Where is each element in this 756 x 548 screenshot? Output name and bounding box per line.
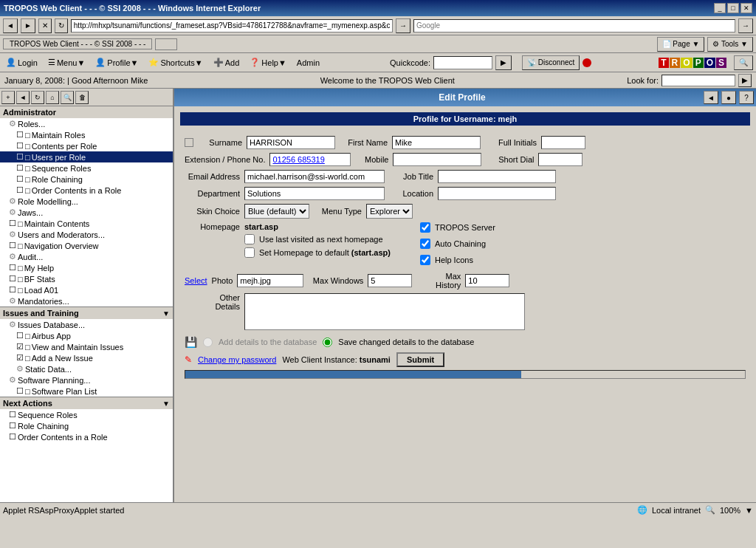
use-last-visited-checkbox[interactable] (244, 234, 255, 244)
sidebar-btn-4[interactable]: ⌂ (46, 91, 59, 104)
sidebar-btn-1[interactable]: + (1, 91, 15, 104)
maximize-button[interactable]: □ (727, 3, 739, 13)
minimize-button[interactable]: _ (714, 3, 726, 13)
search-go-button[interactable]: → (738, 18, 753, 33)
location-input[interactable] (438, 187, 556, 200)
auto-chaining-checkbox[interactable] (420, 239, 430, 249)
sidebar-item-contents-per-role[interactable]: ☐ □ Contents per Role (0, 140, 173, 151)
sidebar-item-maintain-contents[interactable]: ☐ □ Maintain Contents (0, 218, 173, 229)
next-action-order-contents[interactable]: ☐ Order Contents in a Role (0, 431, 173, 442)
sidebar-item-add-new-issue[interactable]: ☑ □ Add a New Issue (0, 352, 173, 363)
quickcode-go-button[interactable]: ▶ (495, 55, 512, 70)
sidebar-item-navigation-overview[interactable]: ☐ □ Navigation Overview (0, 240, 173, 251)
sidebar-item-maintain-roles[interactable]: ☐ □ Maintain Roles (0, 129, 173, 140)
firstname-input[interactable] (392, 136, 481, 149)
sidebar-item-users-moderators[interactable]: ⚙ Users and Moderators... (0, 229, 173, 240)
menu-type-select[interactable]: Explorer (366, 204, 413, 219)
jobtitle-input[interactable] (438, 170, 556, 183)
issues-section-arrow[interactable]: ▼ (162, 309, 170, 318)
search-input[interactable] (413, 19, 735, 32)
sidebar-item-static-data[interactable]: ⚙ Static Data... (0, 363, 173, 374)
quickcode-input[interactable] (433, 56, 492, 69)
content-help-button[interactable]: ? (739, 91, 754, 104)
skin-choice-select[interactable]: Blue (default) (244, 204, 309, 219)
sidebar-item-mandatories[interactable]: ⚙ Mandatories... (0, 295, 173, 306)
tool-icon-3: ⚙ (9, 208, 16, 217)
add-menu[interactable]: ➕ Add (210, 56, 243, 69)
ie-tab[interactable]: TROPOS Web Client - - - © SSI 2008 - - - (3, 38, 152, 49)
sidebar-item-load-a01[interactable]: ☐ □ Load A01 (0, 284, 173, 295)
other-details-textarea[interactable] (244, 293, 525, 330)
sidebar-btn-2[interactable]: ◄ (16, 91, 30, 104)
content-back-button[interactable]: ◄ (704, 91, 718, 104)
next-action-role-chaining[interactable]: ☐ Role Chaining (0, 420, 173, 431)
max-windows-input[interactable] (368, 274, 412, 287)
profile-menu[interactable]: 👤 Profile▼ (92, 56, 141, 69)
sidebar-btn-6[interactable]: 🗑 (75, 91, 89, 104)
shortcuts-menu[interactable]: ⭐ Shortcuts▼ (145, 56, 205, 69)
extension-input[interactable] (269, 153, 351, 166)
sidebar-item-my-help[interactable]: ☐ □ My Help (0, 262, 173, 273)
save-details-radio[interactable] (323, 338, 332, 347)
sidebar-item-view-maintain-issues[interactable]: ☑ □ View and Maintain Issues (0, 341, 173, 352)
stop-button[interactable]: ✕ (38, 18, 52, 33)
tropos-search-button[interactable]: 🔍 (734, 55, 753, 70)
logo-r: R (670, 58, 681, 68)
surname-input[interactable] (247, 136, 335, 149)
set-homepage-checkbox[interactable] (244, 247, 255, 258)
ie-tab-new[interactable] (155, 38, 177, 50)
tools-menu-button[interactable]: ⚙ Tools ▼ (707, 37, 753, 52)
mobile-label: Mobile (355, 155, 388, 164)
sidebar-item-jaws[interactable]: ⚙ Jaws... (0, 207, 173, 218)
sidebar-item-role-chaining[interactable]: ☐ □ Role Chaining (0, 174, 173, 185)
sidebar-item-bf-stats[interactable]: ☐ □ BF Stats (0, 273, 173, 284)
sidebar-item-users-per-role[interactable]: ☐ □ Users per Role (0, 151, 173, 162)
sidebar-item-roles[interactable]: ⚙ Roles... (0, 118, 173, 129)
department-input[interactable] (244, 187, 385, 200)
forward-button[interactable]: ► (21, 18, 35, 33)
address-input[interactable] (71, 19, 393, 32)
email-input[interactable] (244, 170, 385, 183)
change-password-link[interactable]: Change my password (198, 355, 276, 364)
next-action-sequence-roles[interactable]: ☐ Sequence Roles (0, 409, 173, 420)
status-indicator (583, 58, 591, 67)
login-menu[interactable]: 👤 Login (3, 56, 41, 69)
title-bar-controls[interactable]: _ □ ✕ (714, 3, 752, 13)
sidebar-item-audit[interactable]: ⚙ Audit... (0, 251, 173, 262)
sidebar-item-sequence-roles[interactable]: ☐ □ Sequence Roles (0, 162, 173, 174)
disconnect-button[interactable]: 📡 Disconnect (522, 55, 580, 70)
shortdial-input[interactable] (538, 153, 583, 166)
sidebar-item-order-contents[interactable]: ☐ □ Order Contents in a Role (0, 185, 173, 196)
photo-input[interactable] (237, 274, 303, 287)
back-button[interactable]: ◄ (3, 18, 18, 33)
next-actions-arrow[interactable]: ▼ (162, 400, 170, 408)
select-photo-link[interactable]: Select (185, 276, 207, 285)
help-menu[interactable]: ❓ Help▼ (247, 56, 289, 69)
content-print-button[interactable]: ● (721, 91, 736, 104)
tropos-server-checkbox[interactable] (420, 222, 430, 233)
sidebar-item-software-planning[interactable]: ⚙ Software Planning... (0, 374, 173, 386)
max-history-input[interactable] (465, 274, 509, 287)
fullinitials-input[interactable] (541, 136, 585, 149)
look-for-input[interactable] (662, 75, 735, 86)
refresh-button[interactable]: ↻ (55, 18, 68, 33)
submit-button[interactable]: Submit (396, 352, 444, 367)
sidebar-item-role-modelling[interactable]: ⚙ Role Modelling... (0, 196, 173, 207)
admin-menu[interactable]: Admin (294, 57, 323, 69)
add-details-radio[interactable] (203, 338, 213, 347)
main-layout: + ◄ ↻ ⌂ 🔍 🗑 Administrator ⚙ Roles... ☐ □… (0, 89, 756, 502)
tool-icon-4: ⚙ (9, 230, 16, 239)
page-menu-button[interactable]: 📄 Page ▼ (657, 37, 705, 52)
go-button[interactable]: → (396, 18, 410, 33)
help-icons-checkbox[interactable] (420, 255, 430, 265)
sidebar-item-software-plan-list[interactable]: ☐ □ Software Plan List (0, 386, 173, 397)
sidebar-btn-5[interactable]: 🔍 (61, 91, 74, 104)
close-button[interactable]: ✕ (740, 3, 752, 13)
mobile-input[interactable] (393, 153, 481, 166)
menu-dropdown[interactable]: ☰ Menu▼ (45, 56, 88, 69)
location-label: Location (389, 189, 433, 198)
sidebar-btn-3[interactable]: ↻ (31, 91, 44, 104)
sidebar-item-issues-database[interactable]: ⚙ Issues Database... (0, 319, 173, 330)
sidebar-item-airbus-app[interactable]: ☐ □ Airbus App (0, 330, 173, 341)
look-for-button[interactable]: ▶ (738, 74, 752, 87)
